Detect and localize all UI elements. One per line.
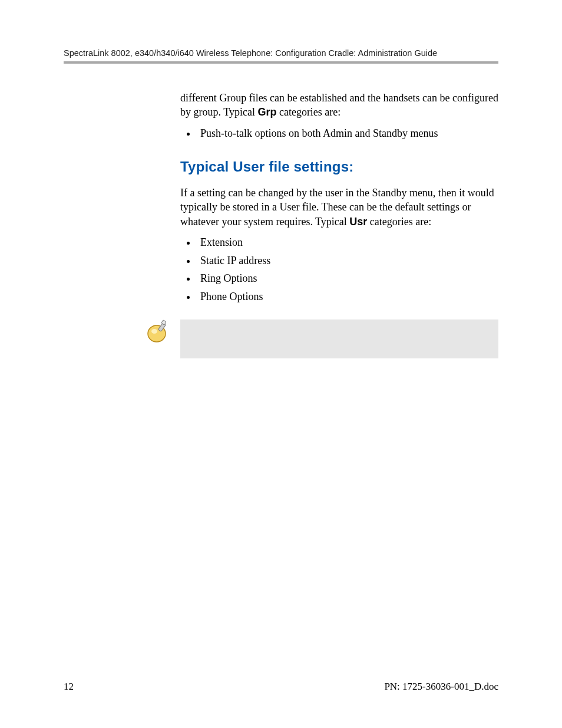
page-footer: 12 PN: 1725-36036-001_D.doc: [64, 681, 498, 693]
content-area: different Group files can be established…: [180, 91, 498, 358]
intro-paragraph: different Group files can be established…: [180, 91, 498, 120]
grp-label: Grp: [257, 106, 276, 118]
list-item: Extension: [197, 233, 498, 252]
note-row: [145, 319, 498, 358]
section-paragraph: If a setting can be changed by the user …: [180, 186, 498, 229]
note-box: [180, 319, 498, 358]
section-text-after: categories are:: [367, 216, 431, 228]
svg-point-1: [151, 329, 157, 334]
usr-label: Usr: [349, 216, 367, 228]
section-text-before: If a setting can be changed by the user …: [180, 187, 494, 228]
pin-note-icon: [145, 319, 171, 345]
running-header: SpectraLink 8002, e340/h340/i640 Wireles…: [64, 48, 498, 61]
page-number: 12: [64, 681, 74, 693]
header-rule: [64, 61, 498, 64]
document-page: SpectraLink 8002, e340/h340/i640 Wireles…: [0, 0, 562, 728]
list-item: Ring Options: [197, 269, 498, 288]
intro-text-after: categories are:: [276, 106, 340, 118]
list-item: Push-to-talk options on both Admin and S…: [197, 124, 498, 143]
list-item: Phone Options: [197, 288, 498, 306]
section-bullet-list: Extension Static IP address Ring Options…: [180, 233, 498, 305]
intro-bullet-list: Push-to-talk options on both Admin and S…: [180, 124, 498, 143]
list-item: Static IP address: [197, 252, 498, 270]
doc-reference: PN: 1725-36036-001_D.doc: [384, 681, 498, 693]
section-heading: Typical User file settings:: [180, 159, 498, 175]
